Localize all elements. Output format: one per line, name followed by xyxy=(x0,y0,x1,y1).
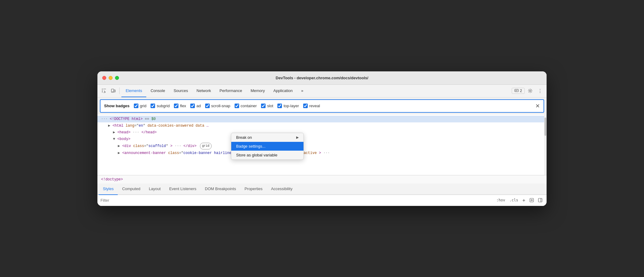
dom-line-html[interactable]: ▶ <html lang="en" data-cookies-answered … xyxy=(97,122,547,129)
dom-line-banner[interactable]: ▶ <announcement-banner class="cookie-ban… xyxy=(97,150,547,156)
badge-scroll-snap-checkbox[interactable] xyxy=(205,104,210,108)
titlebar: DevTools - developer.chrome.com/docs/dev… xyxy=(97,71,547,85)
badge-slot: slot xyxy=(261,104,273,108)
styles-tab-accessibility[interactable]: Accessibility xyxy=(267,183,297,195)
badge-reveal: reveal xyxy=(303,104,320,108)
toolbar-tabs: Elements Console Sources Network Perform… xyxy=(121,84,511,97)
dom-line-body[interactable]: ▼ <body> xyxy=(97,136,547,142)
more-options-button[interactable]: ⋮ xyxy=(536,87,544,95)
tab-performance[interactable]: Performance xyxy=(215,84,246,97)
styles-filter-bar: :hov .cls + xyxy=(97,195,547,206)
toolbar-right: 2 ⋮ xyxy=(512,87,544,95)
dom-line-doctype[interactable]: ··· <!DOCTYPE html> == $0 xyxy=(97,116,547,122)
tab-network[interactable]: Network xyxy=(192,84,215,97)
styles-tab-dom-breakpoints[interactable]: DOM Breakpoints xyxy=(201,183,240,195)
browser-window: DevTools - developer.chrome.com/docs/dev… xyxy=(97,71,547,206)
context-menu-store-global[interactable]: Store as global variable xyxy=(231,151,303,159)
badge-settings-bar: Show badges grid subgrid flex ad scroll-… xyxy=(100,99,544,113)
badge-flex-label: flex xyxy=(180,104,186,108)
chevron-right-icon: ▶ xyxy=(296,135,299,139)
context-menu-badge-settings[interactable]: Badge settings... xyxy=(231,142,303,151)
badge-close-button[interactable]: ✕ xyxy=(535,103,540,109)
doctype-text: <!doctype> xyxy=(101,177,123,182)
dom-line-head[interactable]: ▶ <head> ··· </head> xyxy=(97,129,547,136)
badge-container-checkbox[interactable] xyxy=(235,104,239,108)
svg-rect-2 xyxy=(114,90,115,92)
minimize-button[interactable] xyxy=(109,76,113,80)
styles-tab-layout[interactable]: Layout xyxy=(144,183,165,195)
tab-console[interactable]: Console xyxy=(146,84,169,97)
badge-ad-checkbox[interactable] xyxy=(190,104,195,108)
tab-elements[interactable]: Elements xyxy=(121,84,146,97)
svg-rect-8 xyxy=(530,198,534,202)
scrollbar-thumb[interactable] xyxy=(544,118,546,136)
dom-line-div[interactable]: ▶ <div class="scaffold" > ··· </div> gri… xyxy=(97,142,547,150)
dom-panel: ··· <!DOCTYPE html> == $0 ▶ <html lang="… xyxy=(97,115,547,175)
settings-button[interactable] xyxy=(526,87,534,95)
cls-button[interactable]: .cls xyxy=(508,197,519,203)
filter-actions: :hov .cls + xyxy=(495,197,544,204)
badge-subgrid: subgrid xyxy=(151,104,170,108)
close-button[interactable] xyxy=(102,76,106,80)
styles-tab-styles[interactable]: Styles xyxy=(99,183,118,195)
toolbar-divider-1 xyxy=(119,87,120,94)
devtools-toolbar: Elements Console Sources Network Perform… xyxy=(97,85,547,97)
chat-count: 2 xyxy=(520,89,522,93)
maximize-button[interactable] xyxy=(115,76,119,80)
badge-slot-label: slot xyxy=(267,104,273,108)
window-title: DevTools - developer.chrome.com/docs/dev… xyxy=(276,76,368,80)
hov-button[interactable]: :hov xyxy=(495,197,507,203)
badge-top-layer: top-layer xyxy=(277,104,299,108)
badge-scroll-snap-label: scroll-snap xyxy=(211,104,230,108)
svg-rect-0 xyxy=(102,89,103,90)
tab-sources[interactable]: Sources xyxy=(169,84,192,97)
dots-icon: ··· xyxy=(101,117,108,121)
badge-subgrid-checkbox[interactable] xyxy=(151,104,155,108)
badge-grid: grid xyxy=(134,104,147,108)
tab-memory[interactable]: Memory xyxy=(246,84,269,97)
badge-top-layer-label: top-layer xyxy=(283,104,299,108)
svg-rect-4 xyxy=(515,89,518,92)
badge-top-layer-checkbox[interactable] xyxy=(277,104,282,108)
svg-point-7 xyxy=(530,90,531,92)
chat-badge[interactable]: 2 xyxy=(512,88,525,94)
badge-container-label: container xyxy=(241,104,257,108)
svg-rect-13 xyxy=(538,198,542,202)
badge-reveal-checkbox[interactable] xyxy=(303,104,308,108)
device-toggle-button[interactable] xyxy=(109,87,117,95)
tab-application[interactable]: Application xyxy=(269,84,297,97)
styles-tab-computed[interactable]: Computed xyxy=(118,183,144,195)
styles-tab-properties[interactable]: Properties xyxy=(240,183,267,195)
doctype-line: <!doctype> xyxy=(97,175,547,183)
badge-flex: flex xyxy=(174,104,186,108)
traffic-lights xyxy=(102,76,119,80)
badge-subgrid-label: subgrid xyxy=(157,104,170,108)
tab-more[interactable]: » xyxy=(297,84,307,97)
badge-container: container xyxy=(235,104,257,108)
context-menu: Break on ▶ Badge settings... Store as gl… xyxy=(231,133,304,160)
context-menu-break-on[interactable]: Break on ▶ xyxy=(231,133,303,142)
badge-grid-checkbox[interactable] xyxy=(134,104,138,108)
add-style-button[interactable]: + xyxy=(521,197,527,204)
badge-ad: ad xyxy=(190,104,201,108)
badge-grid-label: grid xyxy=(140,104,147,108)
badge-scroll-snap: scroll-snap xyxy=(205,104,230,108)
new-style-rule-button[interactable] xyxy=(528,197,535,203)
badge-slot-checkbox[interactable] xyxy=(261,104,266,108)
badge-flex-checkbox[interactable] xyxy=(174,104,178,108)
badge-bar-label: Show badges xyxy=(104,104,130,108)
styles-tabs: Styles Computed Layout Event Listeners D… xyxy=(97,183,547,195)
badge-ad-label: ad xyxy=(196,104,201,108)
scrollbar-track xyxy=(544,115,547,175)
toggle-sidebar-button[interactable] xyxy=(537,197,544,203)
styles-filter-input[interactable] xyxy=(100,198,493,203)
badge-reveal-label: reveal xyxy=(309,104,320,108)
inspect-element-button[interactable] xyxy=(100,87,108,95)
grid-badge[interactable]: grid xyxy=(200,143,212,149)
styles-tab-event-listeners[interactable]: Event Listeners xyxy=(165,183,201,195)
